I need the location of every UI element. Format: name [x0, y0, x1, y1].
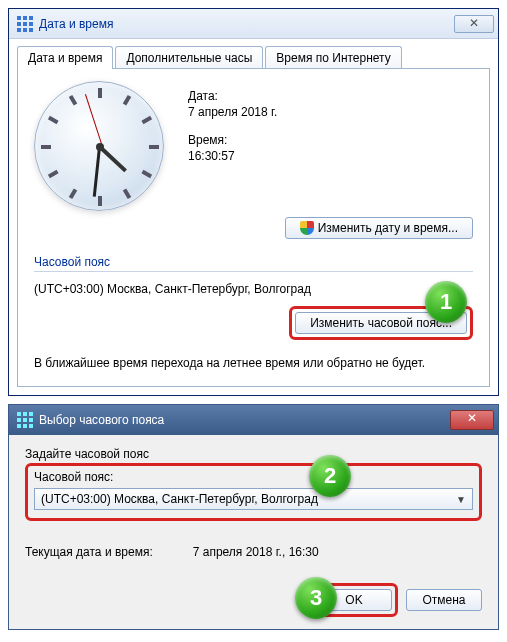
timezone-dropdown[interactable]: (UTC+03:00) Москва, Санкт-Петербург, Вол…: [34, 488, 473, 510]
current-datetime-value: 7 апреля 2018 г., 16:30: [193, 545, 319, 559]
cancel-button[interactable]: Отмена: [406, 589, 482, 611]
calendar-grid-icon: [17, 412, 33, 428]
timezone-section-label: Часовой пояс: [34, 255, 473, 272]
timezone-selected: (UTC+03:00) Москва, Санкт-Петербург, Вол…: [41, 492, 318, 506]
step-badge-1: 1: [425, 281, 467, 323]
minute-hand: [93, 147, 101, 197]
date-time-window: Дата и время ✕ Дата и время Дополнительн…: [8, 8, 499, 396]
timezone-value: (UTC+03:00) Москва, Санкт-Петербург, Вол…: [34, 282, 473, 296]
time-label: Время:: [188, 133, 277, 147]
titlebar[interactable]: Дата и время ✕: [9, 9, 498, 39]
win2-body: 2 3 Задайте часовой пояс Часовой пояс: (…: [9, 435, 498, 629]
tz-label: Часовой пояс:: [34, 470, 473, 484]
timezone-selection-window: Выбор часового пояса ✕ 2 3 Задайте часов…: [8, 404, 499, 630]
tab-internet-time[interactable]: Время по Интернету: [265, 46, 401, 69]
titlebar-2[interactable]: Выбор часового пояса ✕: [9, 405, 498, 435]
tab-body: 1 Дата: 7 апр: [17, 68, 490, 387]
close-button-2[interactable]: ✕: [450, 410, 494, 430]
time-value: 16:30:57: [188, 149, 277, 163]
dst-note: В ближайшее время перехода на летнее вре…: [34, 356, 473, 370]
step-badge-2: 2: [309, 455, 351, 497]
highlight-tz-group: Часовой пояс: (UTC+03:00) Москва, Санкт-…: [25, 463, 482, 521]
instruction-text: Задайте часовой пояс: [25, 447, 482, 461]
close-button[interactable]: ✕: [454, 15, 494, 33]
second-hand: [85, 94, 103, 147]
tab-date-time[interactable]: Дата и время: [17, 46, 113, 69]
date-label: Дата:: [188, 89, 277, 103]
calendar-grid-icon: [17, 16, 33, 32]
window-title-2: Выбор часового пояса: [39, 413, 450, 427]
change-timezone-label: Изменить часовой пояс...: [310, 316, 452, 330]
change-datetime-label: Изменить дату и время...: [318, 221, 458, 235]
shield-icon: [300, 221, 314, 235]
change-datetime-button[interactable]: Изменить дату и время...: [285, 217, 473, 239]
step-badge-3: 3: [295, 577, 337, 619]
chevron-down-icon: ▼: [456, 494, 466, 505]
window-title: Дата и время: [39, 17, 454, 31]
tabs: Дата и время Дополнительные часы Время п…: [9, 39, 498, 68]
tab-additional-clocks[interactable]: Дополнительные часы: [115, 46, 263, 69]
current-datetime-label: Текущая дата и время:: [25, 545, 153, 559]
date-value: 7 апреля 2018 г.: [188, 105, 277, 119]
analog-clock: [34, 81, 164, 211]
